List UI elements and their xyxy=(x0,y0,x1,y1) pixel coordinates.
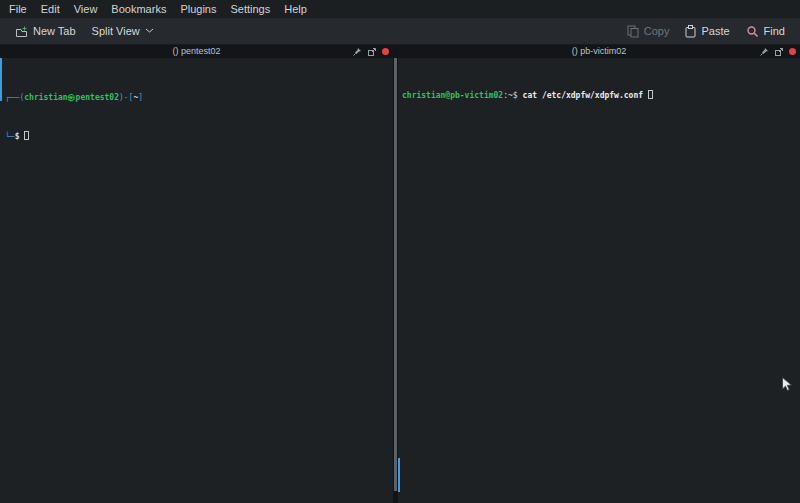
pane-title: () pb-victim02 xyxy=(398,45,800,58)
new-tab-label: New Tab xyxy=(33,25,76,37)
prompt-line: christian@pb-victim02:~$cat /etc/xdpfw/x… xyxy=(402,89,800,102)
new-tab-button[interactable]: New Tab xyxy=(8,22,83,41)
menu-settings[interactable]: Settings xyxy=(223,0,277,18)
split-view-button[interactable]: Split View xyxy=(85,22,161,40)
copy-label: Copy xyxy=(644,25,670,37)
close-pane-button[interactable] xyxy=(382,48,389,55)
split-divider-handle[interactable] xyxy=(394,58,397,491)
prompt-line-2: └─$ xyxy=(5,130,393,143)
split-container: () pentest02 ┌──(christian㉿pentest02)-[~… xyxy=(0,45,800,503)
prompt-suffix: :~$ xyxy=(503,91,517,100)
chevron-down-icon xyxy=(145,28,154,34)
paste-icon xyxy=(685,25,696,38)
paste-button[interactable]: Paste xyxy=(678,22,736,41)
paste-label: Paste xyxy=(701,25,729,37)
pane-header-actions xyxy=(352,45,389,58)
terminal-pane-pb-victim02: () pb-victim02 christian@pb-victim02:~$c… xyxy=(398,45,800,503)
find-button[interactable]: Find xyxy=(739,22,792,41)
prompt-frame: ┌──( xyxy=(5,93,24,102)
pane-header-pentest02[interactable]: () pentest02 xyxy=(0,45,393,58)
menu-file[interactable]: File xyxy=(2,0,34,18)
menubar: File Edit View Bookmarks Plugins Setting… xyxy=(0,0,800,18)
pane-header-actions xyxy=(759,45,796,58)
prompt-line-1: ┌──(christian㉿pentest02)-[~] xyxy=(5,91,393,104)
prompt-frame: └─ xyxy=(5,132,15,141)
menu-help[interactable]: Help xyxy=(277,0,314,18)
prompt-frame: ] xyxy=(138,93,143,102)
copy-icon xyxy=(627,25,639,38)
menu-plugins[interactable]: Plugins xyxy=(173,0,223,18)
menu-bookmarks[interactable]: Bookmarks xyxy=(104,0,173,18)
find-icon xyxy=(746,25,759,38)
find-label: Find xyxy=(764,25,785,37)
terminal-cursor xyxy=(648,90,653,99)
close-pane-button[interactable] xyxy=(789,48,796,55)
scrollbar-thumb[interactable] xyxy=(0,58,2,101)
command-text: cat /etc/xdpfw/xdpfw.conf xyxy=(523,91,643,100)
prompt-user-host: christian㉿pentest02 xyxy=(24,93,119,102)
split-view-label: Split View xyxy=(92,25,140,37)
prompt-user-host: christian@pb-victim02 xyxy=(402,91,503,100)
menu-edit[interactable]: Edit xyxy=(34,0,67,18)
copy-button[interactable]: Copy xyxy=(620,22,677,41)
terminal-screen-pentest02[interactable]: ┌──(christian㉿pentest02)-[~] └─$ xyxy=(0,58,393,503)
pane-header-pb-victim02[interactable]: () pb-victim02 xyxy=(398,45,800,58)
terminal-pane-pentest02: () pentest02 ┌──(christian㉿pentest02)-[~… xyxy=(0,45,393,503)
pane-title: () pentest02 xyxy=(0,45,393,58)
konsole-window: File Edit View Bookmarks Plugins Setting… xyxy=(0,0,800,503)
prompt-symbol: $ xyxy=(15,132,20,141)
new-tab-icon xyxy=(15,25,28,38)
terminal-cursor xyxy=(24,131,29,140)
terminal-screen-pb-victim02[interactable]: christian@pb-victim02:~$cat /etc/xdpfw/x… xyxy=(398,58,800,503)
scrollbar-thumb[interactable] xyxy=(398,458,400,492)
prompt-frame: )-[ xyxy=(119,93,133,102)
toolbar: New Tab Split View Copy Paste Find xyxy=(0,18,800,45)
menu-view[interactable]: View xyxy=(67,0,105,18)
